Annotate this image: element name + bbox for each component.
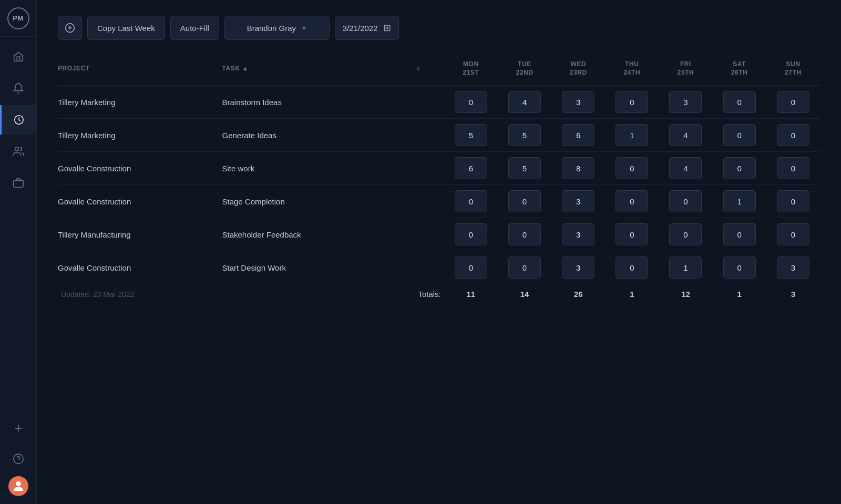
briefcase-icon (13, 177, 24, 189)
row-2-day-1: 5 (498, 152, 551, 185)
row-5-day-2: 3 (551, 251, 605, 284)
home-icon (13, 51, 24, 63)
hours-input-5-4[interactable]: 1 (669, 256, 702, 279)
avatar-icon (11, 479, 26, 493)
sidebar-item-home[interactable] (0, 42, 37, 71)
sidebar-item-people[interactable] (0, 137, 37, 166)
col-header-project: PROJECT (58, 56, 219, 86)
hours-input-5-0[interactable]: 0 (455, 256, 487, 279)
hours-input-4-1[interactable]: 0 (508, 223, 541, 245)
hours-input-4-6[interactable]: 0 (777, 223, 809, 245)
hours-input-0-0[interactable]: 0 (455, 91, 487, 113)
hours-input-0-5[interactable]: 0 (723, 91, 756, 113)
hours-input-1-5[interactable]: 0 (723, 124, 756, 146)
row-3-day-5: 1 (713, 185, 766, 218)
hours-input-2-1[interactable]: 5 (508, 157, 541, 179)
hours-input-4-2[interactable]: 3 (562, 223, 594, 245)
sidebar-item-timesheets[interactable] (0, 105, 37, 135)
hours-input-3-6[interactable]: 0 (777, 190, 809, 212)
add-entry-button[interactable] (58, 16, 82, 40)
footer-row: Updated: 23 Mar 2022Totals:11142611213 (58, 284, 820, 304)
row-1-task: Generate Ideas (219, 119, 407, 152)
sidebar: PM (0, 0, 37, 504)
date-picker[interactable]: 3/21/2022 ⊞ (335, 16, 399, 40)
hours-input-5-2[interactable]: 3 (562, 256, 594, 279)
sidebar-add-button[interactable] (0, 415, 37, 441)
user-selector[interactable]: Brandon Gray ▼ (224, 16, 330, 40)
row-0-project: Tillery Marketing (58, 86, 219, 119)
col-header-wed: Wed 23rd (551, 56, 605, 86)
row-5-nav (407, 251, 444, 284)
hours-input-1-1[interactable]: 5 (508, 124, 541, 146)
svg-point-8 (16, 481, 20, 486)
hours-input-5-5[interactable]: 0 (723, 256, 756, 279)
hours-input-3-2[interactable]: 3 (562, 190, 594, 212)
row-1-nav (407, 119, 444, 152)
hours-input-1-2[interactable]: 6 (562, 124, 594, 146)
row-1-day-6: 0 (766, 119, 820, 152)
col-header-thu: Thu 24th (605, 56, 659, 86)
row-2-day-0: 6 (444, 152, 498, 185)
hours-input-0-4[interactable]: 3 (669, 91, 702, 113)
sidebar-item-notifications[interactable] (0, 74, 37, 103)
hours-input-1-3[interactable]: 1 (616, 124, 648, 146)
table-row: Govalle ConstructionSite work6580400 (58, 152, 820, 185)
row-0-day-3: 0 (605, 86, 659, 119)
hours-input-2-5[interactable]: 0 (723, 157, 756, 179)
plus-icon (13, 423, 24, 434)
hours-input-5-6[interactable]: 3 (777, 256, 809, 279)
app-logo[interactable]: PM (0, 0, 37, 37)
hours-input-0-3[interactable]: 0 (616, 91, 648, 113)
hours-input-0-2[interactable]: 3 (562, 91, 594, 113)
hours-input-1-6[interactable]: 0 (777, 124, 809, 146)
hours-input-4-4[interactable]: 0 (669, 223, 702, 245)
sidebar-help-button[interactable] (0, 446, 37, 472)
copy-last-week-button[interactable]: Copy Last Week (87, 16, 165, 40)
row-4-day-3: 0 (605, 218, 659, 251)
totals-label: Totals: (407, 284, 444, 304)
row-0-task: Brainstorm Ideas (219, 86, 407, 119)
hours-input-3-5[interactable]: 1 (723, 190, 756, 212)
hours-input-2-3[interactable]: 0 (616, 157, 648, 179)
hours-input-0-6[interactable]: 0 (777, 91, 809, 113)
row-5-day-1: 0 (498, 251, 551, 284)
row-1-day-1: 5 (498, 119, 551, 152)
row-3-day-2: 3 (551, 185, 605, 218)
hours-input-4-3[interactable]: 0 (616, 223, 648, 245)
sidebar-item-projects[interactable] (0, 168, 37, 198)
row-5-day-3: 0 (605, 251, 659, 284)
toolbar: Copy Last Week Auto-Fill Brandon Gray ▼ … (58, 16, 820, 40)
row-0-day-0: 0 (444, 86, 498, 119)
hours-input-3-1[interactable]: 0 (508, 190, 541, 212)
hours-input-3-4[interactable]: 0 (669, 190, 702, 212)
row-5-day-4: 1 (659, 251, 712, 284)
hours-input-5-3[interactable]: 0 (616, 256, 648, 279)
updated-text: Updated: 23 Mar 2022 (58, 284, 219, 304)
row-5-day-5: 0 (713, 251, 766, 284)
hours-input-3-3[interactable]: 0 (616, 190, 648, 212)
user-avatar[interactable] (8, 476, 28, 496)
bell-icon (13, 83, 24, 94)
hours-input-4-5[interactable]: 0 (723, 223, 756, 245)
svg-point-6 (13, 454, 23, 464)
auto-fill-button[interactable]: Auto-Fill (170, 16, 219, 40)
total-day-5: 1 (713, 284, 766, 304)
hours-input-1-4[interactable]: 4 (669, 124, 702, 146)
user-dropdown-arrow: ▼ (301, 25, 307, 31)
row-1-project: Tillery Marketing (58, 119, 219, 152)
hours-input-3-0[interactable]: 0 (455, 190, 487, 212)
hours-input-2-6[interactable]: 0 (777, 157, 809, 179)
hours-input-0-1[interactable]: 4 (508, 91, 541, 113)
row-1-day-2: 6 (551, 119, 605, 152)
row-2-task: Site work (219, 152, 407, 185)
row-4-day-0: 0 (444, 218, 498, 251)
hours-input-2-4[interactable]: 4 (669, 157, 702, 179)
prev-week-button[interactable]: ‹ (410, 60, 427, 77)
hours-input-4-0[interactable]: 0 (455, 223, 487, 245)
row-1-day-0: 5 (444, 119, 498, 152)
hours-input-5-1[interactable]: 0 (508, 256, 541, 279)
hours-input-2-0[interactable]: 6 (455, 157, 487, 179)
hours-input-2-2[interactable]: 8 (562, 157, 594, 179)
total-day-4: 12 (659, 284, 712, 304)
hours-input-1-0[interactable]: 5 (455, 124, 487, 146)
